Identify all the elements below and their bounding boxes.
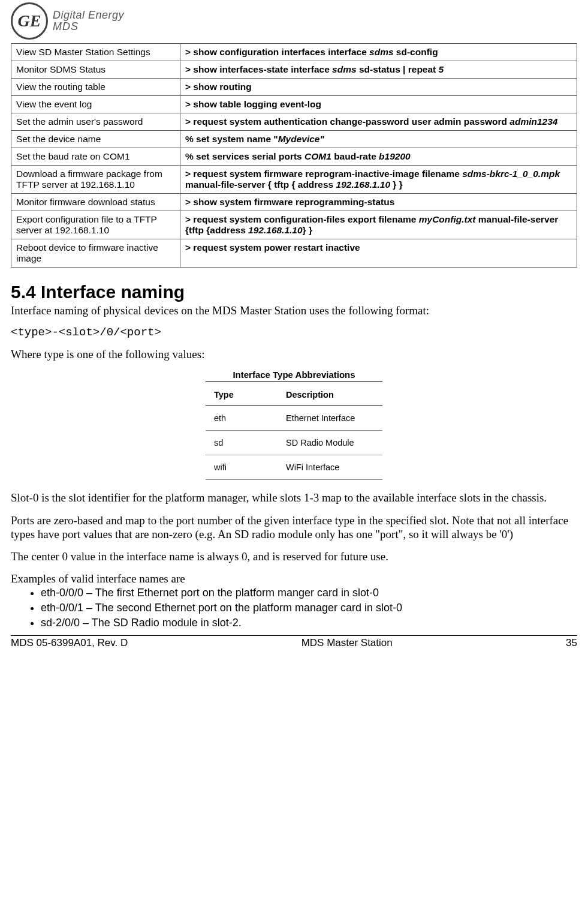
table-row: View SD Master Station Settings> show co…	[11, 44, 577, 61]
paragraph: Ports are zero-based and map to the port…	[11, 513, 577, 541]
cmd-description: View SD Master Station Settings	[11, 44, 180, 61]
table-row: Download a firmware package from TFTP se…	[11, 166, 577, 194]
abbreviation-table-wrap: Interface Type Abbreviations Type Descri…	[206, 370, 382, 480]
table-row: sdSD Radio Module	[206, 431, 382, 455]
format-line: <type>-<slot>/0/<port>	[11, 326, 577, 339]
cmd-text: > show routing	[180, 79, 577, 96]
table-row: Export configuration file to a TFTP serv…	[11, 211, 577, 239]
brand-text: Digital Energy MDS	[53, 10, 124, 32]
cmd-text: > show table logging event-log	[180, 96, 577, 113]
paragraph: The center 0 value in the interface name…	[11, 549, 577, 563]
ge-logo-icon: GE	[11, 2, 48, 40]
cmd-text: > show interfaces-state interface sdms s…	[180, 61, 577, 79]
list-item: sd-2/0/0 – The SD Radio module in slot-2…	[41, 617, 577, 629]
table-row: wifiWiFi Interface	[206, 455, 382, 480]
brand-line1: Digital Energy	[53, 10, 124, 21]
section-heading: 5.4 Interface naming	[11, 282, 577, 302]
examples-list: eth-0/0/0 – The first Ethernet port on t…	[24, 587, 577, 629]
cmd-text: > request system power restart inactive	[180, 239, 577, 268]
abbr-type: sd	[206, 431, 278, 455]
abbr-desc: SD Radio Module	[278, 431, 382, 455]
brand-line2: MDS	[53, 21, 124, 32]
abbr-type: wifi	[206, 455, 278, 480]
abbr-header-type: Type	[206, 382, 278, 406]
cmd-text: % set system name "Mydevice"	[180, 131, 577, 148]
page-header: GE Digital Energy MDS	[11, 0, 577, 41]
abbr-header-desc: Description	[278, 382, 382, 406]
page-footer: MDS 05-6399A01, Rev. D MDS Master Statio…	[11, 635, 577, 649]
table-row: Monitor SDMS Status> show interfaces-sta…	[11, 61, 577, 79]
cmd-text: > show system firmware reprogramming-sta…	[180, 194, 577, 211]
paragraph: Slot-0 is the slot identifier for the pl…	[11, 491, 577, 504]
cmd-description: Monitor firmware download status	[11, 194, 180, 211]
cmd-text: > show configuration interfaces interfac…	[180, 44, 577, 61]
cmd-description: Export configuration file to a TFTP serv…	[11, 211, 180, 239]
footer-right: 35	[566, 637, 577, 649]
abbr-title: Interface Type Abbreviations	[206, 370, 382, 382]
paragraph: Interface naming of physical devices on …	[11, 304, 577, 317]
table-row: Set the admin user's password> request s…	[11, 113, 577, 131]
table-row: Monitor firmware download status> show s…	[11, 194, 577, 211]
cmd-description: Download a firmware package from TFTP se…	[11, 166, 180, 194]
footer-center: MDS Master Station	[301, 637, 393, 649]
abbr-desc: Ethernet Interface	[278, 406, 382, 431]
cmd-text: > request system configuration-files exp…	[180, 211, 577, 239]
list-item: eth-0/0/0 – The first Ethernet port on t…	[41, 587, 577, 599]
cmd-description: Set the admin user's password	[11, 113, 180, 131]
table-row: Set the device name% set system name "My…	[11, 131, 577, 148]
abbr-desc: WiFi Interface	[278, 455, 382, 480]
table-row: View the event log> show table logging e…	[11, 96, 577, 113]
paragraph: Where type is one of the following value…	[11, 347, 577, 361]
command-table: View SD Master Station Settings> show co…	[11, 43, 577, 268]
footer-left: MDS 05-6399A01, Rev. D	[11, 637, 128, 649]
cmd-text: % set services serial ports COM1 baud-ra…	[180, 148, 577, 166]
cmd-text: > request system firmware reprogram-inac…	[180, 166, 577, 194]
paragraph: Examples of valid interface names are	[11, 572, 577, 585]
cmd-description: Reboot device to firmware inactive image	[11, 239, 180, 268]
abbr-type: eth	[206, 406, 278, 431]
cmd-description: Set the device name	[11, 131, 180, 148]
abbreviation-table: Type Description ethEthernet Interfacesd…	[206, 382, 382, 480]
list-item: eth-0/0/1 – The second Ethernet port on …	[41, 602, 577, 614]
table-row: View the routing table> show routing	[11, 79, 577, 96]
cmd-description: Set the baud rate on COM1	[11, 148, 180, 166]
table-row: Reboot device to firmware inactive image…	[11, 239, 577, 268]
cmd-description: Monitor SDMS Status	[11, 61, 180, 79]
cmd-description: View the routing table	[11, 79, 180, 96]
table-row: ethEthernet Interface	[206, 406, 382, 431]
table-row: Set the baud rate on COM1% set services …	[11, 148, 577, 166]
cmd-text: > request system authentication change-p…	[180, 113, 577, 131]
cmd-description: View the event log	[11, 96, 180, 113]
